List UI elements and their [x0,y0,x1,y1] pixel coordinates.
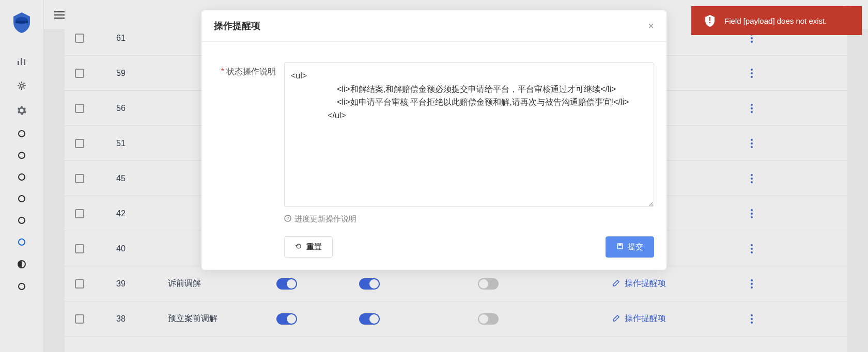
info-icon: ? [284,215,291,223]
svg-text:?: ? [286,216,289,221]
description-textarea[interactable] [284,62,654,207]
undo-icon [295,243,302,251]
modal-header: 操作提醒项 × [202,10,667,42]
svg-text:!: ! [708,16,711,25]
modal-body: *状态操作说明 ? 进度更新操作说明 [202,42,667,236]
close-icon[interactable]: × [648,20,654,32]
save-icon [616,243,624,251]
svg-rect-12 [618,244,622,246]
error-alert: ! Field [payload] does not exist. [691,6,862,35]
reset-button[interactable]: 重置 [284,236,333,258]
help-text: ? 进度更新操作说明 [284,214,654,224]
shield-warning-icon: ! [703,13,717,28]
modal: 操作提醒项 × *状态操作说明 ? 进度更新操作说明 重置 [202,10,667,270]
form-label: *状态操作说明 [214,62,276,224]
modal-title: 操作提醒项 [214,20,260,32]
modal-footer: 重置 提交 [272,236,667,270]
submit-button[interactable]: 提交 [606,236,654,258]
alert-message: Field [payload] does not exist. [724,17,827,25]
